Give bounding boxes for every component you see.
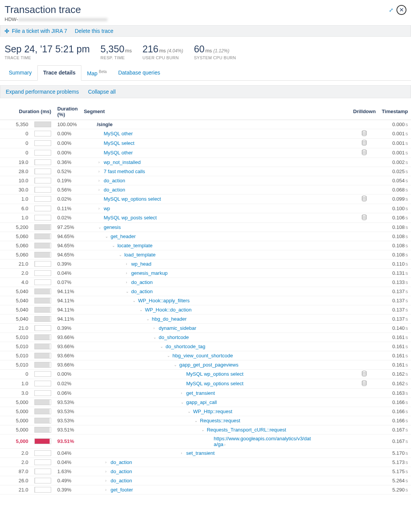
- delete-trace-link[interactable]: Delete this trace: [75, 28, 113, 34]
- segment-name[interactable]: MySQL other: [81, 129, 350, 138]
- table-row[interactable]: 5,000 93.51% https://www.googleapis.com/…: [0, 434, 411, 448]
- segment-name[interactable]: ⌄load_template: [81, 250, 350, 259]
- segment-name[interactable]: ⌄do_shortcode_tag: [81, 342, 350, 351]
- segment-name[interactable]: ⌄do_shortcode: [81, 332, 350, 342]
- toggle-arrow-icon[interactable]: ⌄: [105, 234, 109, 238]
- segment-name[interactable]: MySQL other: [81, 148, 350, 157]
- tab-summary[interactable]: Summary: [3, 65, 37, 80]
- toggle-arrow-icon[interactable]: ›: [98, 188, 102, 192]
- segment-name[interactable]: MySQL wp_posts select: [81, 213, 350, 222]
- table-row[interactable]: 5,060 94.65% ⌄load_template 0.108s: [0, 250, 411, 259]
- table-row[interactable]: 21.0 0.39% ›wp_head 0.110s: [0, 259, 411, 268]
- table-row[interactable]: 26.0 0.49% ›do_action 5.264s: [0, 476, 411, 485]
- table-row[interactable]: 0 0.00% MySQL select 0.001s: [0, 138, 411, 148]
- table-row[interactable]: 5,010 93.66% ⌄hbg_view_count_shortcode 0…: [0, 351, 411, 360]
- toggle-arrow-icon[interactable]: ›: [98, 206, 102, 211]
- segment-name[interactable]: ⌄get_header: [81, 232, 350, 241]
- col-drilldown[interactable]: Drilldown: [350, 104, 379, 120]
- toggle-arrow-icon[interactable]: ›: [153, 326, 157, 330]
- segment-name[interactable]: ›do_action: [81, 467, 350, 476]
- table-row[interactable]: 0 0.00% MySQL other 0.001s: [0, 129, 411, 138]
- table-row[interactable]: 5,010 93.66% ⌄do_shortcode 0.161s: [0, 332, 411, 342]
- table-row[interactable]: 21.0 0.39% ›dynamic_sidebar 0.140s: [0, 323, 411, 332]
- table-row[interactable]: 87.0 1.63% ›do_action 5.175s: [0, 467, 411, 476]
- database-icon[interactable]: [362, 141, 367, 147]
- col-duration-pct[interactable]: Duration (%): [54, 104, 81, 120]
- segment-name[interactable]: ⌄WP_Hook::apply_filters: [81, 296, 350, 305]
- expand-icon[interactable]: ⤢: [389, 7, 393, 13]
- toggle-arrow-icon[interactable]: ›: [126, 271, 129, 275]
- table-row[interactable]: 5,000 93.53% ⌄gapp_api_call 0.166s: [0, 397, 411, 407]
- table-row[interactable]: 5,040 94.11% ⌄WP_Hook::do_action 0.137s: [0, 305, 411, 314]
- col-timestamp[interactable]: Timestamp: [379, 104, 411, 120]
- table-row[interactable]: 5,010 93.66% ⌄do_shortcode_tag 0.161s: [0, 342, 411, 351]
- segment-name[interactable]: ›wp_not_installed: [81, 157, 350, 167]
- toggle-arrow-icon[interactable]: ⌄: [181, 400, 184, 404]
- toggle-arrow-icon[interactable]: ⌄: [153, 335, 157, 339]
- database-icon[interactable]: [362, 372, 367, 378]
- table-row[interactable]: 6.0 0.11% ›wp 0.100s: [0, 204, 411, 213]
- toggle-arrow-icon[interactable]: ⌄: [188, 409, 191, 414]
- toggle-arrow-icon[interactable]: ⌄: [160, 344, 164, 349]
- table-row[interactable]: 1.0 0.02% MySQL wp_options select 0.162s: [0, 379, 411, 388]
- table-row[interactable]: 30.0 0.56% ›do_action 0.068s: [0, 185, 411, 194]
- segment-name[interactable]: ⌄do_action: [81, 287, 350, 296]
- toggle-arrow-icon[interactable]: ›: [98, 160, 102, 164]
- close-button[interactable]: ✕: [396, 5, 406, 15]
- expand-problems-link[interactable]: Expand performance problems: [6, 89, 79, 95]
- table-row[interactable]: 0 0.00% MySQL wp_options select 0.162s: [0, 369, 411, 379]
- segment-name[interactable]: ›get_footer: [81, 485, 350, 494]
- table-row[interactable]: 5,040 94.11% ⌄WP_Hook::apply_filters 0.1…: [0, 296, 411, 305]
- segment-name[interactable]: /single: [81, 120, 350, 129]
- segment-name[interactable]: ›wp: [81, 204, 350, 213]
- segment-name[interactable]: ⌄WP_Hook::do_action: [81, 305, 350, 314]
- toggle-arrow-icon[interactable]: ›: [105, 460, 109, 464]
- table-row[interactable]: 5,060 94.65% ⌄get_header 0.108s: [0, 232, 411, 241]
- database-icon[interactable]: [362, 197, 367, 203]
- segment-name[interactable]: ⌄WP_Http::request: [81, 407, 350, 416]
- toggle-arrow-icon[interactable]: ⌄: [146, 317, 150, 321]
- table-row[interactable]: 2.0 0.04% ›genesis_markup 0.131s: [0, 268, 411, 277]
- segment-name[interactable]: ⌄gapp_api_call: [81, 397, 350, 407]
- toggle-arrow-icon[interactable]: ⌄: [167, 354, 171, 358]
- toggle-arrow-icon[interactable]: ›: [126, 280, 129, 284]
- database-icon[interactable]: [362, 216, 367, 221]
- table-row[interactable]: 3.0 0.06% ›get_transient 0.163s: [0, 388, 411, 397]
- segment-name[interactable]: ›do_action: [81, 185, 350, 194]
- segment-name[interactable]: MySQL select: [81, 138, 350, 148]
- segment-name[interactable]: ›genesis_markup: [81, 268, 350, 277]
- col-segment[interactable]: Segment: [81, 104, 350, 120]
- col-duration-ms[interactable]: Duration (ms): [0, 104, 54, 120]
- segment-name[interactable]: MySQL wp_options select: [81, 194, 350, 204]
- segment-name[interactable]: ⌄hbg_do_header: [81, 314, 350, 323]
- database-icon[interactable]: [362, 381, 367, 387]
- tab-map[interactable]: Map Beta: [81, 65, 113, 80]
- toggle-arrow-icon[interactable]: ⌄: [126, 289, 129, 294]
- toggle-arrow-icon[interactable]: ⌄: [194, 418, 198, 423]
- toggle-arrow-icon[interactable]: ⌄: [112, 243, 116, 248]
- table-row[interactable]: 10.0 0.19% ›do_action 0.054s: [0, 176, 411, 185]
- toggle-arrow-icon[interactable]: ›: [181, 451, 184, 455]
- table-row[interactable]: 4.0 0.07% ›do_action 0.133s: [0, 277, 411, 287]
- toggle-arrow-icon[interactable]: ⌄: [133, 298, 136, 303]
- table-row[interactable]: 5,000 93.53% ⌄Requests::request 0.166s: [0, 416, 411, 425]
- table-row[interactable]: 5,040 94.11% ⌄hbg_do_header 0.137s: [0, 314, 411, 323]
- table-row[interactable]: 1.0 0.02% MySQL wp_posts select 0.106s: [0, 213, 411, 222]
- segment-name[interactable]: ›do_action: [81, 457, 350, 467]
- segment-name[interactable]: ⌄Requests::request: [81, 416, 350, 425]
- segment-name[interactable]: ›dynamic_sidebar: [81, 323, 350, 332]
- table-row[interactable]: 5,200 97.25% ⌄genesis 0.108s: [0, 222, 411, 232]
- toggle-arrow-icon[interactable]: ⌄: [139, 308, 143, 312]
- table-row[interactable]: 1.0 0.02% MySQL wp_options select 0.099s: [0, 194, 411, 204]
- table-row[interactable]: 5,000 93.53% ⌄WP_Http::request 0.166s: [0, 407, 411, 416]
- segment-name[interactable]: ⌄genesis: [81, 222, 350, 232]
- segment-name[interactable]: ›do_action: [81, 277, 350, 287]
- segment-name[interactable]: ⌄Requests_Transport_cURL::request: [81, 425, 350, 434]
- database-icon[interactable]: [362, 151, 367, 156]
- table-row[interactable]: 2.0 0.04% ›set_transient 5.170s: [0, 448, 411, 457]
- file-ticket-link[interactable]: File a ticket with JIRA 7: [4, 28, 67, 34]
- segment-name[interactable]: ›do_action: [81, 476, 350, 485]
- toggle-arrow-icon[interactable]: ⌄: [98, 225, 102, 229]
- segment-name[interactable]: ›set_transient: [81, 448, 350, 457]
- toggle-arrow-icon[interactable]: ›: [98, 169, 102, 174]
